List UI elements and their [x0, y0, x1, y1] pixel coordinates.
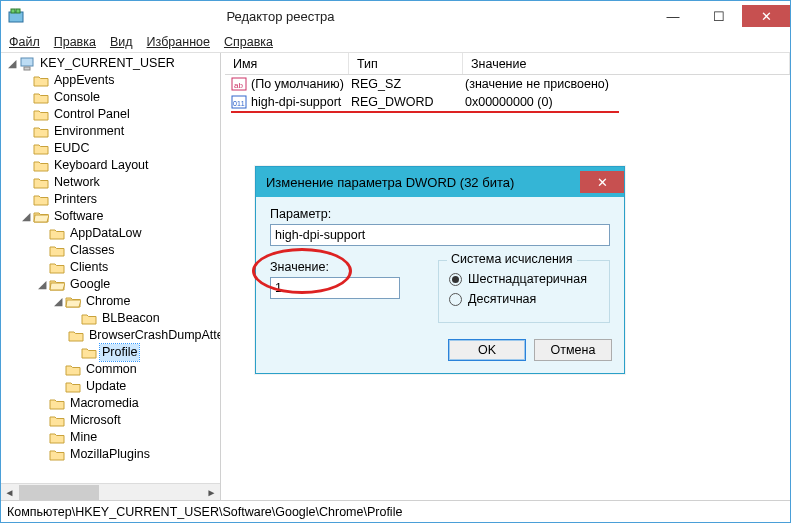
- ok-button[interactable]: OK: [448, 339, 526, 361]
- value-data: 0x00000000 (0): [465, 95, 790, 109]
- close-button[interactable]: ✕: [742, 5, 790, 27]
- tree-item[interactable]: Mine: [3, 429, 220, 446]
- base-groupbox: Система исчисления Шестнадцатеричная Дес…: [438, 260, 610, 323]
- maximize-button[interactable]: ☐: [696, 5, 742, 27]
- dialog-buttons: OK Отмена: [256, 329, 624, 373]
- folder-icon: [81, 312, 97, 326]
- cancel-button[interactable]: Отмена: [534, 339, 612, 361]
- tree-label: BLBeacon: [100, 310, 162, 327]
- tree-item[interactable]: Update: [3, 378, 220, 395]
- folder-icon: [33, 108, 49, 122]
- tree-label: MozillaPlugins: [68, 446, 152, 463]
- value-input[interactable]: [270, 277, 400, 299]
- tree-item[interactable]: BrowserCrashDumpAttempts: [3, 327, 220, 344]
- tree-label: EUDC: [52, 140, 91, 157]
- minimize-button[interactable]: —: [650, 5, 696, 27]
- tree-item[interactable]: Printers: [3, 191, 220, 208]
- folder-icon: [33, 159, 49, 173]
- regedit-icon: [7, 7, 25, 25]
- tree-item[interactable]: Profile: [3, 344, 220, 361]
- tree-toggle-icon[interactable]: ◢: [35, 276, 48, 293]
- tree-label: Classes: [68, 242, 116, 259]
- param-input[interactable]: [270, 224, 610, 246]
- tree-pane[interactable]: ◢ KEY_CURRENT_USER AppEvents Console Con…: [1, 53, 221, 500]
- tree-item[interactable]: AppEvents: [3, 72, 220, 89]
- folder-icon: [49, 278, 65, 292]
- tree-label: Network: [52, 174, 102, 191]
- tree-item[interactable]: Control Panel: [3, 106, 220, 123]
- folder-icon: [49, 261, 65, 275]
- tree-item[interactable]: Classes: [3, 242, 220, 259]
- tree-item[interactable]: Microsoft: [3, 412, 220, 429]
- folder-icon: [65, 295, 81, 309]
- folder-icon: [49, 244, 65, 258]
- folder-icon: [33, 142, 49, 156]
- tree-item[interactable]: ◢ Software: [3, 208, 220, 225]
- tree-item[interactable]: Common: [3, 361, 220, 378]
- tree-label: Keyboard Layout: [52, 157, 151, 174]
- col-value[interactable]: Значение: [463, 53, 790, 74]
- scroll-thumb[interactable]: [19, 485, 99, 500]
- folder-icon: [68, 329, 84, 343]
- scroll-left-icon[interactable]: ◄: [1, 484, 18, 501]
- menu-help[interactable]: Справка: [224, 35, 273, 49]
- tree-item[interactable]: Environment: [3, 123, 220, 140]
- value-row[interactable]: 011 high-dpi-support REG_DWORD 0x0000000…: [225, 93, 790, 111]
- value-name: high-dpi-support: [251, 95, 351, 109]
- tree-item[interactable]: BLBeacon: [3, 310, 220, 327]
- tree-item[interactable]: MozillaPlugins: [3, 446, 220, 463]
- radio-hex-icon: [449, 273, 462, 286]
- tree-label: Clients: [68, 259, 110, 276]
- folder-icon: [33, 74, 49, 88]
- tree-item[interactable]: Console: [3, 89, 220, 106]
- tree-item[interactable]: ◢ KEY_CURRENT_USER: [3, 55, 220, 72]
- menu-view[interactable]: Вид: [110, 35, 133, 49]
- folder-icon: [33, 210, 49, 224]
- menu-favorites[interactable]: Избранное: [147, 35, 210, 49]
- column-headers[interactable]: Имя Тип Значение: [225, 53, 790, 75]
- tree-toggle-icon[interactable]: ◢: [5, 55, 18, 72]
- radio-hex-label: Шестнадцатеричная: [468, 272, 587, 286]
- tree-item[interactable]: AppDataLow: [3, 225, 220, 242]
- tree-item[interactable]: Macromedia: [3, 395, 220, 412]
- annotation-underline: [231, 111, 619, 113]
- menubar: Файл Правка Вид Избранное Справка: [1, 31, 790, 53]
- edit-dword-dialog[interactable]: Изменение параметра DWORD (32 бита) ✕ Па…: [255, 166, 625, 374]
- dialog-close-button[interactable]: ✕: [580, 171, 624, 193]
- tree-item[interactable]: Clients: [3, 259, 220, 276]
- radio-hex[interactable]: Шестнадцатеричная: [449, 272, 599, 286]
- tree-label: BrowserCrashDumpAttempts: [87, 327, 221, 344]
- dword-value-icon: 011: [231, 94, 247, 110]
- value-pane[interactable]: Имя Тип Значение ab (По умолчанию) REG_S…: [225, 53, 790, 500]
- tree-item[interactable]: ◢ Chrome: [3, 293, 220, 310]
- tree-label: Microsoft: [68, 412, 123, 429]
- col-type[interactable]: Тип: [349, 53, 463, 74]
- tree-toggle-icon[interactable]: ◢: [19, 208, 32, 225]
- param-label: Параметр:: [270, 207, 610, 221]
- scroll-right-icon[interactable]: ►: [203, 484, 220, 501]
- svg-text:011: 011: [233, 100, 245, 107]
- tree-item[interactable]: EUDC: [3, 140, 220, 157]
- folder-icon: [49, 448, 65, 462]
- tree-item[interactable]: ◢ Google: [3, 276, 220, 293]
- folder-icon: [65, 363, 81, 377]
- menu-file[interactable]: Файл: [9, 35, 40, 49]
- folder-icon: [81, 346, 97, 360]
- titlebar[interactable]: Редактор реестра — ☐ ✕: [1, 1, 790, 31]
- tree-item[interactable]: Network: [3, 174, 220, 191]
- tree-hscrollbar[interactable]: ◄ ►: [1, 483, 220, 500]
- tree-label: Update: [84, 378, 128, 395]
- tree-label: Profile: [100, 344, 139, 361]
- tree-toggle-icon[interactable]: ◢: [51, 293, 64, 310]
- tree-label: Google: [68, 276, 112, 293]
- tree-label: Macromedia: [68, 395, 141, 412]
- tree-item[interactable]: Keyboard Layout: [3, 157, 220, 174]
- folder-icon: [49, 431, 65, 445]
- tree-label: Console: [52, 89, 102, 106]
- col-name[interactable]: Имя: [225, 53, 349, 74]
- radio-dec[interactable]: Десятичная: [449, 292, 599, 306]
- svg-rect-4: [24, 67, 30, 70]
- dialog-titlebar[interactable]: Изменение параметра DWORD (32 бита) ✕: [256, 167, 624, 197]
- menu-edit[interactable]: Правка: [54, 35, 96, 49]
- value-row[interactable]: ab (По умолчанию) REG_SZ (значение не пр…: [225, 75, 790, 93]
